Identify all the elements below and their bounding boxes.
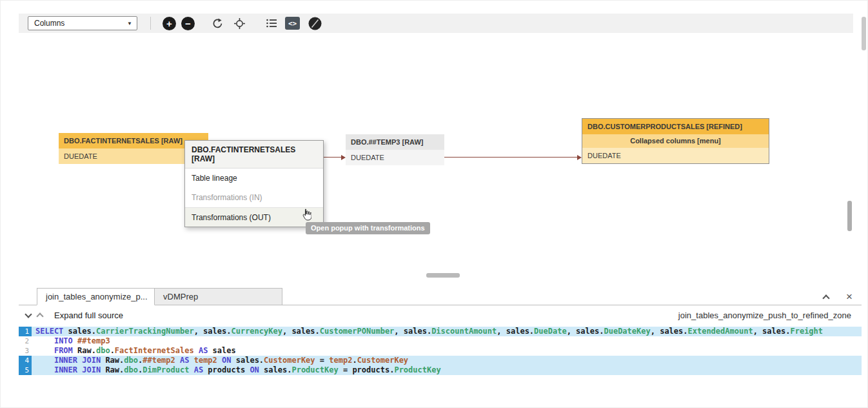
line-number: 1 [19,327,32,336]
hand-cursor-icon [301,209,311,224]
list-view-button[interactable] [264,16,279,30]
code-line: 2 INTO ##temp3 [19,336,862,346]
sql-code: 1SELECT sales.CarrierTrackingNumber, sal… [19,327,862,375]
menu-item-table-lineage[interactable]: Table lineage [185,168,323,188]
minus-icon: − [185,19,191,28]
code-line-text: SELECT sales.CarrierTrackingNumber, sale… [32,327,823,336]
chevron-down-icon: ▼ [127,21,132,26]
line-number: 5 [19,365,32,375]
table-node-temp3[interactable]: DBO.##TEMP3 [RAW] DUEDATE [346,134,444,165]
code-line-text: INTO ##temp3 [32,336,110,346]
code-line-text: INNER JOIN Raw.dbo.##temp2 AS temp2 ON s… [32,356,408,365]
table-node-title: DBO.##TEMP3 [RAW] [346,134,444,150]
app-window: Columns ▼ + − [0,0,868,408]
menu-item-transformations-in: Transformations (IN) [185,188,323,207]
expand-full-source-label[interactable]: Expand full source [54,311,123,320]
close-panel-button[interactable]: × [846,291,853,302]
diagram-scrollbar-thumb[interactable] [847,201,852,231]
chevron-up-icon [822,294,829,301]
plus-icon: + [166,19,172,28]
lineage-arrow [444,157,577,158]
contrast-icon [308,17,322,30]
line-number: 2 [19,336,32,346]
code-line-text: FROM Raw.dbo.FactInternetSales AS sales [32,346,236,356]
columns-dropdown[interactable]: Columns ▼ [28,16,137,30]
toolbar-divider [150,17,151,30]
source-object-name: join_tables_anonymize_push_to_refined_zo… [678,311,851,320]
code-line: 4 INNER JOIN Raw.dbo.##temp2 AS temp2 ON… [19,356,862,365]
table-node-customerproductsales[interactable]: DBO.CUSTOMERPRODUCTSALES [REFINED] Colla… [582,118,769,164]
crosshair-icon [234,18,245,29]
code-line: 1SELECT sales.CarrierTrackingNumber, sal… [19,327,862,336]
fit-to-screen-button[interactable] [232,16,246,30]
tab-join-tables-anonymize[interactable]: join_tables_anonymize_p... [37,288,155,305]
line-number: 4 [19,356,32,365]
source-panel: join_tables_anonymize_p... vDMPrep × Exp… [19,287,862,408]
code-line: 3 FROM Raw.dbo.FactInternetSales AS sale… [19,346,862,356]
table-node-column[interactable]: DUEDATE [346,150,444,165]
code-view-button[interactable]: <> [285,17,300,30]
source-header: Expand full source join_tables_anonymize… [19,305,862,325]
source-tab-bar: join_tables_anonymize_p... vDMPrep × [19,287,862,305]
refresh-button[interactable] [210,16,224,30]
line-number: 3 [19,346,32,356]
horizontal-scrollbar-thumb[interactable] [426,273,460,278]
columns-dropdown-value: Columns [34,19,64,28]
context-menu-title: DBO.FACTINTERNETSALES [RAW] [185,141,323,168]
table-node-title: DBO.CUSTOMERPRODUCTSALES [REFINED] [582,119,769,134]
table-node-column[interactable]: DUEDATE [582,148,769,163]
refresh-icon [212,18,223,29]
code-line-text: INNER JOIN Raw.dbo.DimProduct AS product… [32,365,441,375]
lineage-diagram: DBO.FACTINTERNETSALES [RAW] DUEDATE DBO.… [19,33,853,287]
code-icon: <> [288,19,297,28]
collapsed-columns-row[interactable]: Collapsed columns [menu] [582,134,769,148]
chevron-down-icon [25,311,32,318]
collapse-panel-button[interactable] [820,293,832,301]
collapse-source-up-button[interactable] [34,311,46,319]
tab-vdmprep[interactable]: vDMPrep [155,288,282,305]
diagram-toolbar: Columns ▼ + − [19,14,853,33]
contrast-button[interactable] [308,16,322,30]
zoom-out-button[interactable]: − [181,17,195,30]
zoom-in-button[interactable]: + [163,17,176,30]
expand-source-down-button[interactable] [23,314,34,317]
page-scrollbar-thumb[interactable] [862,17,866,50]
chevron-up-icon [36,312,43,320]
code-line: 5 INNER JOIN Raw.dbo.DimProduct AS produ… [19,365,862,375]
action-tooltip: Open popup with transformations [306,222,430,234]
list-icon [266,19,277,28]
